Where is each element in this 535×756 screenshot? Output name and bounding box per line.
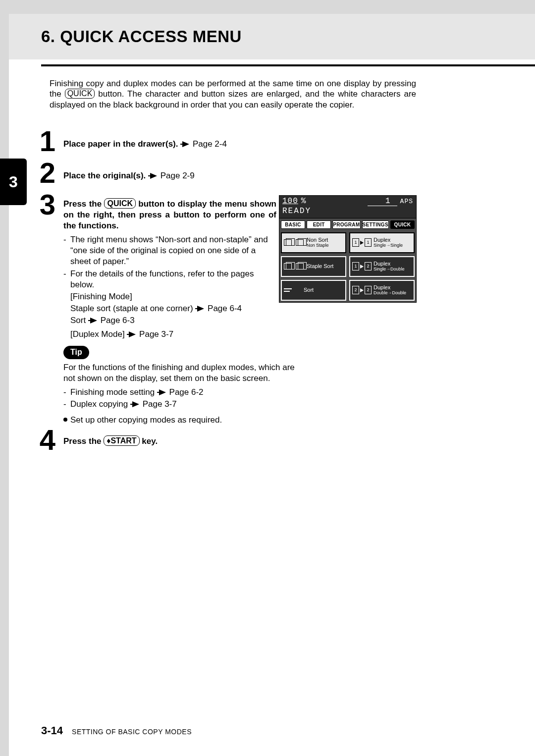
step2-ref: Page 2-9 — [160, 171, 195, 180]
step-number: 2 — [34, 159, 61, 187]
arrow-icon — [90, 318, 97, 324]
stack-icon — [284, 263, 292, 270]
section-header: 6. QUICK ACCESS MENU — [9, 14, 535, 59]
tip-dash1-ref: Page 6-2 — [169, 387, 204, 397]
step1-text: Place paper in the drawer(s). — [63, 139, 178, 149]
page-number: 3-14 — [41, 724, 63, 737]
lcd-c21b: Double→Double — [374, 291, 406, 295]
step-1: 1 Place paper in the drawer(s). Page 2-4 — [34, 130, 420, 159]
page-icon: 1 — [352, 262, 359, 270]
start-key-label: ♦START — [104, 435, 139, 446]
lcd-c21a: Duplex — [374, 284, 390, 290]
footer-section-label: SETTING OF BASIC COPY MODES — [72, 728, 192, 736]
manual-page: 6. QUICK ACCESS MENU Finishing copy and … — [0, 0, 535, 756]
tip-dash2: Duplex copying — [70, 399, 128, 409]
lcd-percent-sign: % — [301, 197, 306, 206]
sort-ref: Page 6-3 — [101, 316, 135, 325]
chapter-number: 3 — [9, 173, 18, 191]
lcd-c11b: Single→Double — [374, 267, 405, 271]
lcd-c10: Staple Sort — [307, 264, 333, 270]
tip-dash2-ref: Page 3-7 — [143, 399, 177, 409]
step1-ref: Page 2-4 — [193, 139, 227, 149]
arrow-icon — [360, 288, 364, 292]
lcd-tab-edit[interactable]: EDIT — [307, 220, 331, 229]
arrow-icon — [150, 173, 157, 179]
arrow-icon — [159, 389, 166, 395]
staple-sort-text: Staple sort (staple at one corner) — [70, 304, 193, 313]
duplex-mode-ref: Page 3-7 — [139, 329, 173, 339]
lcd-display: 100 % 1 APS READY BASIC EDIT PROGRAM SET… — [279, 195, 417, 303]
margin-left — [0, 0, 9, 756]
step2-text: Place the original(s). — [63, 171, 146, 180]
margin-top — [0, 0, 535, 14]
lcd-tab-row: BASIC EDIT PROGRAM SETTINGS QUICK — [279, 218, 417, 231]
page-icon: 2 — [365, 286, 372, 294]
lcd-button-grid: Non SortNon Staple 1 1 DuplexSingle→Sing… — [279, 231, 417, 303]
page-footer: 3-14 SETTING OF BASIC COPY MODES — [41, 724, 192, 737]
tip-dash1: Finishing mode setting — [70, 387, 155, 397]
lcd-tab-basic[interactable]: BASIC — [281, 220, 305, 229]
step3-details: -The right menu shows “Non-sort and non-… — [63, 234, 276, 340]
lcd-tab-program[interactable]: PROGRAM — [332, 220, 360, 229]
lcd-tab-quick[interactable]: QUICK — [390, 220, 415, 229]
finishing-mode-label: [Finishing Mode] — [70, 291, 276, 302]
lcd-status-bar: 100 % 1 APS READY — [279, 195, 417, 218]
lcd-aps-label: APS — [400, 198, 413, 205]
arrow-icon — [360, 265, 364, 269]
intro-text-b: button. The character and button sizes a… — [50, 89, 416, 109]
tip-bullet: Set up other copying modes as required. — [70, 415, 222, 425]
sort-icon — [284, 287, 292, 293]
lcd-c01a: Duplex — [374, 237, 390, 243]
intro-paragraph: Finishing copy and duplex modes can be p… — [50, 78, 416, 110]
step4-text-b: key. — [140, 436, 158, 446]
chapter-tab: 3 — [0, 159, 27, 205]
page-icon: 1 — [365, 238, 372, 247]
lcd-btn-sort[interactable]: Sort — [281, 280, 346, 301]
tip-badge: Tip — [63, 346, 89, 359]
section-title: 6. QUICK ACCESS MENU — [9, 27, 242, 46]
lcd-btn-staplesort[interactable]: Staple Sort — [281, 256, 346, 277]
lcd-c11a: Duplex — [374, 261, 390, 267]
lcd-btn-duplex-sd[interactable]: 1 2 DuplexSingle→Double — [349, 256, 415, 277]
step3-dash1: The right menu shows “Non-sort and non-s… — [70, 234, 276, 267]
lcd-zoom-value: 100 — [282, 197, 298, 206]
step3-text-a: Press the — [63, 199, 104, 209]
tip-text: For the functions of the finishing and d… — [63, 362, 296, 384]
arrow-icon — [360, 241, 364, 245]
step-number: 3 — [34, 190, 61, 219]
stack-icon — [296, 263, 304, 270]
lcd-c20: Sort — [304, 287, 314, 293]
duplex-mode-label: [Duplex Mode] — [70, 329, 125, 339]
step-4: 4 Press the ♦START key. — [34, 429, 420, 447]
arrow-icon — [197, 306, 204, 312]
lcd-c00a: Non Sort — [307, 237, 328, 243]
staple-sort-ref: Page 6-4 — [208, 304, 242, 313]
page-icon: 2 — [352, 286, 359, 294]
lcd-btn-duplex-dd[interactable]: 2 2 DuplexDouble→Double — [349, 280, 415, 301]
quick-button-label: QUICK — [65, 89, 95, 99]
step-number: 1 — [34, 127, 61, 156]
lcd-btn-nonsort[interactable]: Non SortNon Staple — [281, 232, 346, 253]
lcd-copy-count: 1 — [368, 197, 397, 206]
stack-icon — [284, 239, 292, 246]
lcd-ready-label: READY — [282, 207, 413, 216]
step3-dash2: For the details of the functions, refer … — [70, 269, 276, 290]
arrow-icon — [182, 141, 189, 147]
step-2: 2 Place the original(s). Page 2-9 — [34, 162, 420, 190]
lcd-tab-settings[interactable]: SETTINGS — [362, 220, 389, 229]
sort-text: Sort — [70, 316, 86, 325]
step3-heading: Press the QUICK button to display the me… — [63, 198, 276, 231]
header-rule — [41, 64, 535, 66]
bullet-icon — [63, 418, 67, 422]
lcd-c00b: Non Staple — [307, 243, 329, 248]
quick-button-label: QUICK — [104, 198, 136, 209]
arrow-icon — [129, 331, 136, 337]
arrow-icon — [132, 401, 139, 407]
page-icon: 2 — [365, 262, 372, 270]
lcd-btn-duplex-ss[interactable]: 1 1 DuplexSingle→Single — [349, 232, 415, 253]
step4-text-a: Press the — [63, 436, 104, 446]
lcd-c01b: Single→Single — [374, 243, 403, 248]
step-number: 4 — [34, 426, 61, 454]
page-icon: 1 — [352, 238, 359, 247]
stack-icon — [296, 239, 304, 246]
